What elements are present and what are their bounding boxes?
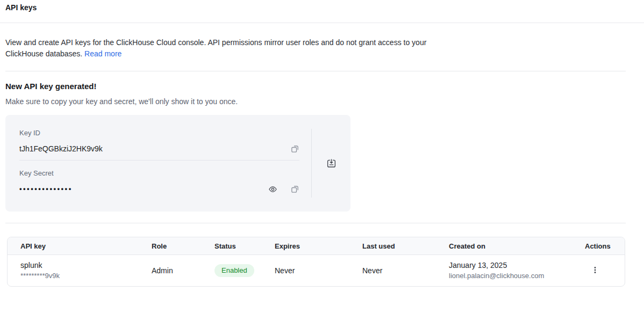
copy-key-id-button[interactable] (290, 144, 299, 154)
key-card-download-panel (311, 129, 350, 198)
row-actions-button[interactable] (591, 266, 599, 274)
copy-secret-button[interactable] (290, 185, 299, 194)
created-by-email: lionel.palacin@clickhouse.com (449, 271, 572, 281)
page-description: View and create API keys for the ClickHo… (5, 37, 444, 60)
download-key-button[interactable] (326, 158, 337, 169)
key-secret-label: Key Secret (19, 169, 299, 177)
copy-icon (290, 185, 299, 194)
api-key-masked: *********9v9k (20, 271, 139, 281)
api-keys-page: API keys View and create API keys for th… (0, 0, 644, 287)
banner-title: New API key generated! (5, 82, 644, 91)
status-badge: Enabled (214, 264, 254, 277)
status-cell: Enabled (202, 255, 262, 287)
created-date: January 13, 2025 (449, 260, 572, 271)
expires-cell: Never (262, 255, 349, 287)
divider (5, 71, 626, 71)
column-header-expires: Expires (262, 237, 349, 255)
key-id-field: Key ID tJh1FeQGBkziJ2HK9v9k (19, 129, 299, 161)
page-description-text: View and create API keys for the ClickHo… (5, 38, 426, 58)
new-key-banner: New API key generated! Make sure to copy… (0, 82, 644, 212)
eye-icon (268, 185, 277, 194)
column-header-api-key: API key (8, 237, 139, 255)
table-row: splunk *********9v9k Admin Enabled Never… (8, 255, 625, 287)
key-card-fields: Key ID tJh1FeQGBkziJ2HK9v9k (5, 115, 311, 212)
key-id-value: tJh1FeQGBkziJ2HK9v9k (19, 143, 290, 154)
column-header-role: Role (139, 237, 202, 255)
column-header-created-on: Created on (436, 237, 572, 255)
key-secret-field: Key Secret •••••••••••••• (19, 161, 299, 194)
api-key-cell: splunk *********9v9k (8, 255, 139, 287)
key-secret-masked-value: •••••••••••••• (19, 184, 268, 194)
api-keys-table: API key Role Status Expires Last used Cr… (7, 237, 625, 287)
created-on-cell: January 13, 2025 lionel.palacin@clickhou… (436, 255, 572, 287)
download-icon (326, 158, 337, 169)
key-id-label: Key ID (19, 129, 299, 137)
column-header-actions: Actions (572, 237, 625, 255)
generated-key-card: Key ID tJh1FeQGBkziJ2HK9v9k (5, 115, 350, 212)
page-title: API keys (0, 0, 644, 12)
divider (0, 23, 644, 23)
copy-icon (290, 144, 299, 154)
reveal-secret-button[interactable] (268, 185, 277, 194)
table-header-row: API key Role Status Expires Last used Cr… (8, 237, 625, 255)
api-key-name: splunk (20, 260, 139, 271)
read-more-link[interactable]: Read more (84, 49, 121, 58)
kebab-menu-icon (591, 266, 599, 274)
column-header-status: Status (202, 237, 262, 255)
last-used-cell: Never (349, 255, 436, 287)
actions-cell (572, 255, 625, 287)
role-cell: Admin (139, 255, 202, 287)
column-header-last-used: Last used (349, 237, 436, 255)
divider (5, 223, 626, 223)
banner-subtitle: Make sure to copy your key and secret, w… (5, 97, 644, 106)
